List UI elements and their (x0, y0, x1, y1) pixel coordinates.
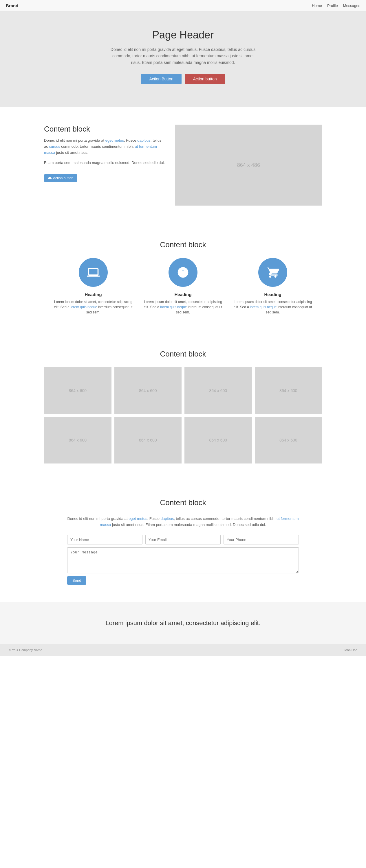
content-block-1: Content block Donec id elit non mi porta… (0, 107, 366, 223)
rocket-icon-circle (169, 258, 197, 287)
content-block-1-btn[interactable]: Action button (44, 174, 77, 182)
contact-description: Donec id elit non mi porta gravida at eg… (67, 516, 299, 528)
grid-item-2: 864 x 600 (114, 367, 182, 414)
icons-row: Heading Lorem ipsum dolor sit amet, cons… (53, 258, 313, 315)
content-block-3-title: Content block (11, 349, 355, 359)
grid-item-1: 864 x 600 (44, 367, 111, 414)
content-split-image: 864 x 486 (175, 125, 322, 206)
content-block-3: Content block 864 x 600 864 x 600 864 x … (0, 332, 366, 481)
email-input[interactable] (145, 535, 221, 545)
icon-col-3: Heading Lorem ipsum dolor sit amet, cons… (232, 258, 313, 315)
cloud-icon (48, 176, 52, 180)
content-block-1-text2: Etiam porta sem malesuada magna mollis e… (44, 160, 167, 166)
phone-input[interactable] (224, 535, 299, 545)
hero-title: Page Header (6, 29, 360, 41)
icon-col-3-heading: Heading (232, 292, 313, 297)
icon-col-3-text: Lorem ipsum dolor sit amet, consectetur … (232, 299, 313, 315)
cart-icon-circle (258, 258, 287, 287)
hero-action-button-primary[interactable]: Action Button (141, 74, 181, 84)
nav-link-messages[interactable]: Messages (343, 3, 360, 8)
footer-copyright: © Your Company Name (9, 648, 42, 652)
icon-col-3-link[interactable]: lorem quis neque (250, 305, 277, 309)
grid-item-5: 864 x 600 (44, 417, 111, 464)
content-block-1-image: 864 x 486 (175, 125, 322, 206)
rocket-icon (177, 266, 189, 279)
icon-col-2-text: Lorem ipsum dolor sit amet, consectetur … (142, 299, 224, 315)
grid-item-3: 864 x 600 (185, 367, 252, 414)
footer-author: John Doe (344, 648, 357, 652)
content-block-2-title: Content block (11, 240, 355, 249)
send-button[interactable]: Send (67, 576, 86, 585)
laptop-icon (87, 266, 100, 279)
content-split-text: Content block Donec id elit non mi porta… (44, 125, 167, 182)
hero-buttons: Action Button Action button (6, 74, 360, 84)
footer-quote: Lorem ipsum dolor sit amet, consectetur … (0, 602, 366, 644)
content-block-4: Content block Donec id elit non mi porta… (0, 481, 366, 602)
navbar-links: Home Profile Messages (312, 3, 360, 8)
contact-block: Content block Donec id elit non mi porta… (67, 498, 299, 585)
hero-section: Page Header Donec id elit non mi porta g… (0, 11, 366, 107)
content-split: Content block Donec id elit non mi porta… (44, 125, 322, 206)
send-btn-wrapper: Send (67, 576, 299, 585)
image-grid: 864 x 600 864 x 600 864 x 600 864 x 600 … (44, 367, 322, 464)
icon-col-1: Heading Lorem ipsum dolor sit amet, cons… (53, 258, 134, 315)
footer-quote-text: Lorem ipsum dolor sit amet, consectetur … (6, 619, 360, 627)
contact-title: Content block (67, 498, 299, 507)
message-textarea[interactable] (67, 547, 299, 574)
icon-col-2: Heading Lorem ipsum dolor sit amet, cons… (142, 258, 224, 315)
footer: © Your Company Name John Doe (0, 644, 366, 656)
icon-col-1-heading: Heading (53, 292, 134, 297)
icon-col-1-link[interactable]: lorem quis neque (71, 305, 97, 309)
grid-item-8: 864 x 600 (255, 417, 322, 464)
nav-link-profile[interactable]: Profile (327, 3, 338, 8)
icon-col-2-link[interactable]: lorem quis neque (160, 305, 187, 309)
nav-link-home[interactable]: Home (312, 3, 322, 8)
laptop-icon-circle (79, 258, 108, 287)
link-fermentum[interactable]: ut fermentum massa (44, 144, 157, 155)
cart-icon (266, 266, 279, 279)
grid-item-4: 864 x 600 (255, 367, 322, 414)
icon-col-1-text: Lorem ipsum dolor sit amet, consectetur … (53, 299, 134, 315)
contact-link-2[interactable]: dapibus (161, 517, 174, 521)
hero-action-button-danger[interactable]: Action button (185, 74, 225, 84)
grid-item-6: 864 x 600 (114, 417, 182, 464)
link-dapibus[interactable]: dapibus (137, 138, 150, 143)
contact-link-1[interactable]: eget metus (129, 517, 147, 521)
content-block-1-title: Content block (44, 125, 167, 133)
contact-row-1 (67, 535, 299, 545)
icon-col-2-heading: Heading (142, 292, 224, 297)
hero-description: Donec id elit non mi porta gravida at eg… (108, 46, 258, 66)
name-input[interactable] (67, 535, 142, 545)
content-block-2: Content block Heading Lorem ipsum dolor … (0, 223, 366, 332)
link-eget-metus[interactable]: eget metus (105, 138, 124, 143)
navbar: Brand Home Profile Messages (0, 0, 366, 11)
navbar-brand: Brand (6, 3, 18, 8)
link-cursus[interactable]: cursus (49, 144, 60, 149)
content-block-1-text1: Donec id elit non mi porta gravida at eg… (44, 137, 167, 156)
grid-item-7: 864 x 600 (185, 417, 252, 464)
